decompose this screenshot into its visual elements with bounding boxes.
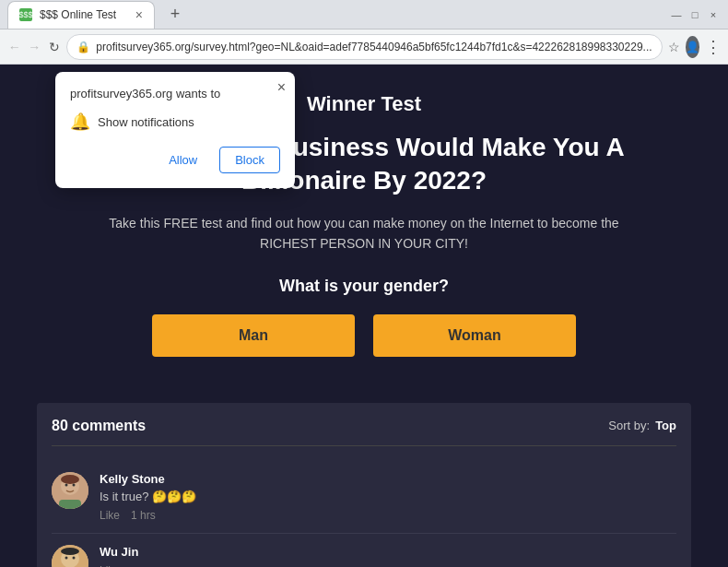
comment-name: Kelly Stone — [100, 472, 676, 486]
comment-body: Wu Jin Like — [100, 545, 676, 567]
tab-close-icon[interactable]: × — [135, 7, 143, 22]
popup-notification-label: Show notifications — [98, 115, 194, 129]
svg-point-8 — [61, 548, 79, 555]
reload-button[interactable]: ↻ — [47, 36, 61, 58]
tab-favicon: $$$ — [19, 8, 32, 21]
popup-title: profitsurvey365.org wants to — [70, 87, 280, 100]
forward-button[interactable]: → — [27, 36, 41, 58]
comments-count: 80 comments — [52, 418, 146, 434]
svg-rect-3 — [59, 500, 81, 509]
address-bar: ← → ↻ 🔒 profitsurvey365.org/survey.html?… — [0, 30, 728, 65]
comment-time: 1 hrs — [131, 509, 156, 522]
comment-meta: Like 1 hrs — [100, 509, 676, 522]
comment-item: Kelly Stone Is it true? 🤔🤔🤔 Like 1 hrs — [52, 461, 676, 534]
gender-question: What is your gender? — [55, 277, 673, 296]
notification-popup: × profitsurvey365.org wants to 🔔 Show no… — [55, 72, 295, 188]
lock-icon: 🔒 — [76, 41, 90, 53]
window-controls: — □ × — [669, 7, 721, 22]
maximize-button[interactable]: □ — [687, 7, 702, 22]
new-tab-button[interactable]: + — [162, 2, 188, 28]
like-button[interactable]: Like — [100, 564, 120, 567]
allow-button[interactable]: Allow — [154, 147, 212, 173]
avatar — [52, 472, 88, 509]
comment-meta: Like — [100, 564, 676, 567]
url-bar[interactable]: 🔒 profitsurvey365.org/survey.html?geo=NL… — [66, 34, 662, 60]
comment-text: Is it true? 🤔🤔🤔 — [100, 490, 676, 503]
svg-point-10 — [65, 556, 68, 559]
url-text: profitsurvey365.org/survey.html?geo=NL&o… — [96, 41, 652, 53]
menu-button[interactable]: ⋮ — [705, 37, 721, 57]
sort-by: Sort by: Top — [608, 419, 676, 432]
svg-point-11 — [73, 556, 76, 559]
browser-frame: $$$ $$$ Online Test × + — □ × ← → ↻ 🔒 pr… — [0, 0, 728, 567]
popup-notification-row: 🔔 Show notifications — [70, 112, 280, 132]
tab-title: $$$ Online Test — [40, 8, 128, 21]
popup-buttons: Allow Block — [70, 147, 280, 173]
man-button[interactable]: Man — [152, 314, 355, 357]
minimize-button[interactable]: — — [669, 7, 684, 22]
popup-close-icon[interactable]: × — [277, 79, 286, 96]
page-content: × profitsurvey365.org wants to 🔔 Show no… — [0, 65, 728, 567]
svg-point-5 — [73, 483, 76, 486]
close-button[interactable]: × — [706, 7, 721, 22]
comments-header: 80 comments Sort by: Top — [52, 418, 676, 446]
bookmark-icon[interactable]: ☆ — [668, 40, 680, 54]
back-button[interactable]: ← — [7, 36, 21, 58]
browser-tab[interactable]: $$$ $$$ Online Test × — [7, 1, 155, 29]
profile-button[interactable]: 👤 — [686, 36, 699, 58]
bell-icon: 🔔 — [70, 112, 90, 132]
comment-item: Wu Jin Like — [52, 534, 676, 567]
title-bar: $$$ $$$ Online Test × + — □ × — [0, 0, 728, 30]
block-button[interactable]: Block — [219, 147, 280, 173]
like-button[interactable]: Like — [100, 509, 120, 522]
sort-label: Sort by: — [608, 419, 650, 432]
comment-body: Kelly Stone Is it true? 🤔🤔🤔 Like 1 hrs — [100, 472, 676, 522]
svg-point-4 — [65, 483, 68, 486]
woman-button[interactable]: Woman — [373, 314, 576, 357]
avatar — [52, 545, 88, 567]
sort-value[interactable]: Top — [655, 419, 676, 432]
subtext: Take this FREE test and find out how you… — [97, 213, 631, 254]
comment-name: Wu Jin — [100, 545, 676, 559]
gender-buttons: Man Woman — [55, 314, 673, 357]
comments-section: 80 comments Sort by: Top — [37, 403, 691, 567]
svg-point-2 — [61, 475, 79, 484]
